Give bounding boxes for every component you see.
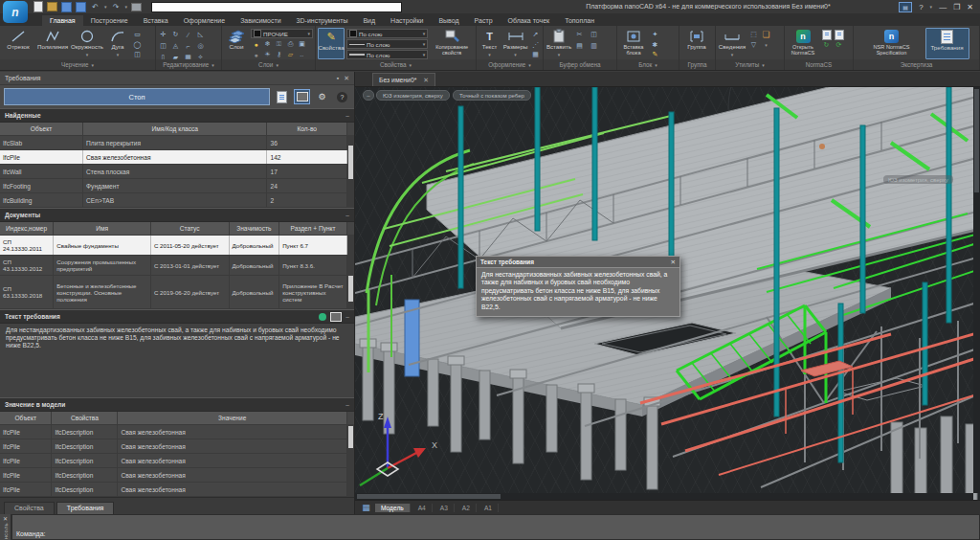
table-row[interactable]: IfcBuildingCEn>TAB2	[0, 193, 347, 208]
dimensions-button[interactable]: Размеры ▾	[502, 28, 528, 59]
circle-button[interactable]: Окружность ▾	[71, 28, 103, 59]
fillet-icon[interactable]: ⌐	[183, 41, 193, 51]
table-row[interactable]: IfcWallСтена плоская17	[0, 165, 347, 179]
popup-header[interactable]: Текст требования ✕	[477, 257, 679, 268]
console-side-tab[interactable]: ✕ Консоль	[0, 514, 11, 540]
copy-icon[interactable]: ◫	[158, 41, 168, 51]
erase-icon[interactable]: ◺	[195, 30, 206, 39]
table-row[interactable]: IfcPileIfcDescriptionСвая железобетонная	[0, 454, 347, 468]
explode-icon[interactable]: ✧	[195, 53, 206, 59]
frame-select-icon[interactable]	[294, 89, 310, 104]
group-block-caret-icon[interactable]: ▾	[655, 62, 657, 68]
help-button[interactable]: ?	[919, 3, 923, 11]
table-row[interactable]: IfcPileIfcDescriptionСвая железобетонная	[0, 439, 347, 454]
layout-tab-a1[interactable]: A1	[479, 504, 499, 512]
help-caret-icon[interactable]: ▾	[930, 4, 933, 10]
viewport-canvas[interactable]: Z X ‒ ЮЗ изометрия, сверху Точный с пока…	[355, 87, 980, 500]
layer-plot-icon[interactable]: ⎙	[285, 39, 296, 49]
pin-icon[interactable]: ▪	[337, 75, 339, 82]
group-edit-caret-icon[interactable]: ▾	[212, 62, 214, 68]
table-row[interactable]: IfcPileIfcDescriptionСвая железобетонная	[0, 425, 347, 439]
select-icon[interactable]: ⬚	[748, 30, 759, 39]
layout-tab-a2[interactable]: A2	[457, 504, 477, 512]
tab-rastr[interactable]: Растр	[467, 15, 501, 26]
table-row[interactable]: СП 63.13330.2018Бетонные и железобетонны…	[0, 276, 347, 309]
document-tab-close-icon[interactable]: ✕	[423, 77, 429, 84]
insert-block-button[interactable]: Вставка блока	[619, 28, 648, 59]
table-row[interactable]: IfcFootingФундамент24	[0, 179, 347, 193]
block-edit-icon[interactable]: ✦	[650, 30, 660, 39]
ellipse-tool-icon[interactable]: ◯	[132, 40, 143, 50]
copy-page-icon[interactable]: ◫	[589, 30, 599, 39]
viewport-horizontal-scrollbar[interactable]	[355, 493, 973, 500]
collapse-icon[interactable]: –	[345, 112, 349, 119]
polyline-button[interactable]: Полилиния	[36, 28, 69, 59]
stretch-icon[interactable]: ▰	[170, 53, 181, 59]
report-doc-icon[interactable]	[274, 89, 290, 104]
save-icon[interactable]	[61, 2, 72, 11]
tab-topoplan[interactable]: Топоплан	[557, 15, 602, 26]
values-scrollbar[interactable]	[347, 424, 354, 497]
block-brush-icon[interactable]: ✎	[650, 50, 660, 59]
dimensions-caret-icon[interactable]: ▾	[514, 52, 517, 57]
print-icon[interactable]	[131, 2, 142, 11]
array-icon[interactable]: ▦	[183, 53, 193, 59]
layer-off-icon[interactable]: ●	[251, 50, 261, 59]
table-row-selected[interactable]: IfcPileСвая железобетонная142	[0, 150, 347, 165]
copy-tool-icon[interactable]: ◫	[132, 50, 143, 59]
group-button[interactable]: Группа	[681, 28, 712, 59]
nanocad-logo-icon[interactable]: n	[3, 1, 28, 23]
table-row[interactable]: IfcSlabПлита перекрытия36	[0, 136, 347, 150]
layout-tab-model[interactable]: Модель	[375, 504, 411, 512]
documents-scrollbar[interactable]	[347, 235, 354, 309]
paste-button[interactable]: Вставить ▾	[546, 28, 572, 59]
text-button[interactable]: T Текст ▾	[479, 28, 501, 59]
section-header-requirement-text[interactable]: Текст требования –	[0, 309, 354, 324]
tab-vstavka[interactable]: Вставка	[136, 15, 176, 26]
tab-nastroyki[interactable]: Настройки	[383, 15, 431, 26]
table-icon[interactable]: ▦	[530, 50, 541, 59]
document-tab[interactable]: Без имени0* ✕	[372, 73, 435, 86]
section-header-documents[interactable]: Документы–	[0, 208, 354, 222]
normacs-search-doc-icon[interactable]	[821, 30, 832, 39]
info-caret-icon[interactable]: ▾	[731, 52, 734, 57]
layer-freeze-icon[interactable]: ❄	[262, 39, 273, 49]
tab-properties-panel[interactable]: Свойства	[4, 502, 55, 514]
table-row[interactable]: IfcPileIfcDescriptionСвая железобетонная	[0, 483, 347, 497]
layer-new-icon[interactable]: ▣	[297, 39, 307, 49]
table-row[interactable]: IfcPileIfcDescriptionСвая железобетонная	[0, 468, 347, 483]
table-row[interactable]: СП 43.13330.2012Сооружения промышленных …	[0, 256, 347, 276]
undo-caret-icon[interactable]: ▾	[104, 4, 107, 10]
viewport-controls-button[interactable]: ‒	[363, 90, 374, 101]
tab-3d-instrumenty[interactable]: 3D-инструменты	[289, 15, 356, 26]
settings-gear-icon[interactable]: ⚙	[314, 89, 330, 104]
trim-icon[interactable]: ∕	[183, 30, 193, 39]
copy-properties-button[interactable]: Копирование свойств	[430, 28, 474, 59]
layout-tab-a3[interactable]: A3	[434, 504, 455, 512]
tab-vyvod[interactable]: Вывод	[431, 15, 466, 26]
tab-requirements-panel[interactable]: Требования	[56, 502, 115, 514]
view-orientation-pill[interactable]: ЮЗ изометрия, сверху	[376, 90, 450, 101]
layer-bulb-icon[interactable]: ●	[251, 39, 261, 49]
group-layers-caret-icon[interactable]: ▾	[276, 62, 278, 68]
layer-unlock-icon[interactable]: ⚷	[274, 50, 284, 59]
table-row-selected[interactable]: СП 24.13330.2011Свайные фундаментыС 2011…	[0, 236, 347, 256]
hatch-icon[interactable]: ⋰	[530, 40, 541, 50]
tab-zavisimosti[interactable]: Зависимости	[233, 15, 288, 26]
paste-special-icon[interactable]: ▥	[589, 41, 599, 51]
layers-button[interactable]: Слои	[224, 28, 249, 59]
cut-scissors-icon[interactable]: ✂	[574, 30, 585, 39]
layer-folder-icon[interactable]: ▱	[285, 50, 296, 59]
tab-postroenie[interactable]: Построение	[83, 15, 136, 26]
show-frame-icon[interactable]	[330, 312, 342, 322]
filter-icon[interactable]: ▽	[748, 40, 759, 50]
maximize-button[interactable]: ❐	[953, 3, 960, 11]
properties-toggle-button[interactable]: ✎ Свойства	[318, 28, 345, 59]
viewport-vertical-scrollbar[interactable]	[973, 87, 980, 493]
arc-caret-icon[interactable]: ▾	[117, 52, 120, 57]
layer-combo[interactable]: ПРОЧИЕ ▾	[251, 29, 313, 38]
text-caret-icon[interactable]: ▾	[488, 52, 491, 57]
minimize-button[interactable]: —	[939, 3, 947, 11]
nsr-normacs-specification-button[interactable]: n NSR NormaCS Specification	[864, 28, 920, 59]
normacs-update-icon[interactable]: ⟳	[834, 40, 844, 50]
